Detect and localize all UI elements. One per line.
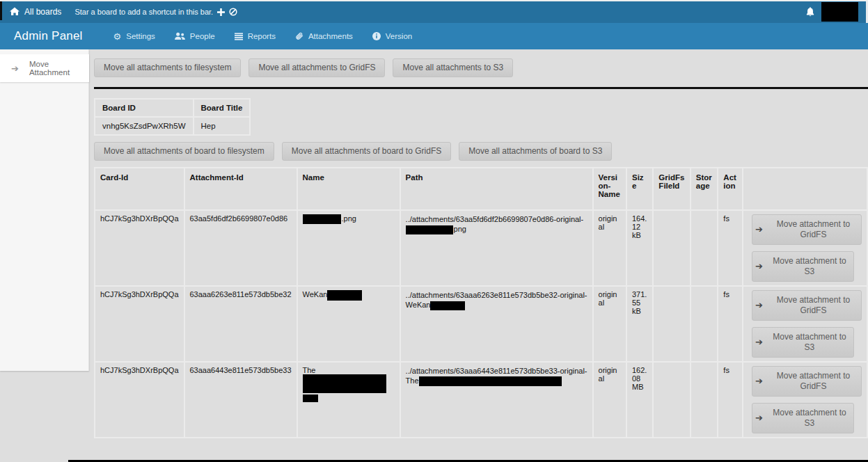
path-header: Path: [400, 168, 593, 210]
action-cell: fs: [718, 286, 743, 362]
gridfsfileid-header: GridFsFileId: [653, 168, 690, 210]
global-move-buttons: Move all attachments to filesystem Move …: [94, 58, 868, 77]
version-name-cell: original: [593, 286, 626, 362]
move-all-to-s3-button[interactable]: Move all attachments to S3: [393, 58, 513, 77]
plus-icon: [217, 8, 225, 16]
size-cell: 162.08 MB: [626, 362, 653, 438]
gridfsfileid-cell: [653, 210, 690, 286]
size-cell: 371.55 kB: [626, 286, 653, 362]
action-cell: fs: [718, 362, 743, 438]
menu-item-attachments[interactable]: Attachments: [295, 32, 353, 40]
redacted-text: [327, 290, 362, 301]
redacted-user-menu[interactable]: [821, 2, 858, 22]
move-attachment-to-s3-button[interactable]: ➔Move attachment to S3: [752, 327, 854, 358]
all-boards-label: All boards: [24, 7, 61, 17]
board-table-header-row: Board ID Board Title: [95, 99, 250, 117]
redacted-text: [303, 214, 341, 224]
version-name-cell: original: [593, 210, 626, 286]
move-attachment-to-s3-button[interactable]: ➔Move attachment to S3: [752, 403, 854, 433]
redacted-text: [303, 395, 318, 402]
arrow-right-icon: ➔: [755, 261, 763, 272]
name-cell: WeKan: [297, 286, 400, 362]
menu-item-settings[interactable]: ⚙ Settings: [113, 32, 155, 41]
name-prefix: The: [303, 366, 316, 374]
people-icon: [175, 32, 185, 40]
sidebar-item-move-attachment[interactable]: ➔ Move Attachment: [0, 54, 89, 82]
attachment-id-cell: 63aaa6263e811e573db5be32: [184, 286, 297, 362]
path-line2: WeKan: [406, 300, 587, 310]
path-line1: ../attachments/63aa5fd6df2b6699807e0d86-…: [406, 214, 587, 224]
move-attachment-to-gridfs-button[interactable]: ➔Move attachment to GridFS: [752, 366, 862, 397]
attachments-table: Card-Id Attachment-Id Name Path Version-…: [94, 167, 868, 438]
buttons-header: [743, 168, 867, 210]
board-title-header: Board Title: [194, 99, 251, 117]
name-cell: .png: [297, 210, 400, 286]
move-board-to-filesystem-button[interactable]: Move all attachments of board to filesys…: [94, 142, 274, 161]
attachment-id-cell: 63aaa6443e811e573db5be33: [184, 362, 297, 438]
gridfsfileid-cell: [653, 362, 690, 438]
wekan-admin-panel: All boards Star a board to add a shortcu…: [0, 0, 868, 462]
info-icon: [372, 32, 381, 40]
attachment-row: hCJ7kSg3hDXrBpQQa 63aa5fd6df2b6699807e0d…: [95, 210, 867, 286]
attachment-row: hCJ7kSg3hDXrBpQQa 63aaa6443e811e573db5be…: [95, 362, 867, 438]
top-bar: All boards Star a board to add a shortcu…: [0, 0, 868, 23]
menu-label: People: [190, 32, 215, 40]
storage-header: Storage: [691, 168, 718, 210]
board-title-cell: Hep: [194, 117, 251, 135]
button-label: Move attachment to GridFS: [768, 219, 858, 240]
path-cell: ../attachments/63aa5fd6df2b6699807e0d86-…: [400, 210, 593, 286]
row-actions-cell: ➔Move attachment to GridFS ➔Move attachm…: [743, 286, 867, 362]
size-cell: 164.12 kB: [626, 210, 653, 286]
menu-item-version[interactable]: Version: [372, 32, 412, 40]
path-line1: ../attachments/63aaa6443e811e573db5be33-…: [406, 366, 587, 376]
redacted-text: [406, 225, 453, 234]
path-line2: The: [406, 376, 587, 386]
move-attachment-to-s3-button[interactable]: ➔Move attachment to S3: [752, 251, 854, 282]
path-line2: png: [406, 224, 587, 234]
move-attachment-to-gridfs-button[interactable]: ➔Move attachment to GridFS: [752, 290, 862, 321]
redacted-text: [303, 374, 386, 393]
path-cell: ../attachments/63aaa6443e811e573db5be33-…: [400, 362, 593, 438]
divider: [94, 87, 868, 89]
version-name-cell: original: [593, 362, 626, 438]
move-all-to-gridfs-button[interactable]: Move all attachments to GridFS: [248, 58, 385, 77]
storage-cell: [691, 286, 718, 362]
move-all-to-filesystem-button[interactable]: Move all attachments to filesystem: [94, 58, 241, 77]
menu-item-reports[interactable]: Reports: [235, 32, 276, 40]
body-area: ➔ Move Attachment Move all attachments t…: [0, 49, 868, 462]
button-label: Move attachment to S3: [768, 332, 851, 353]
button-label: Move attachment to S3: [768, 256, 851, 277]
arrow-right-icon: ➔: [755, 376, 763, 387]
menu-item-people[interactable]: People: [175, 32, 215, 40]
move-board-to-s3-button[interactable]: Move all attachments of board to S3: [459, 142, 612, 161]
menu-label: Version: [386, 32, 412, 40]
move-attachment-to-gridfs-button[interactable]: ➔Move attachment to GridFS: [752, 214, 862, 245]
board-move-buttons: Move all attachments of board to filesys…: [94, 142, 868, 161]
move-board-to-gridfs-button[interactable]: Move all attachments of board to GridFS: [282, 142, 451, 161]
shortcut-hint-bar: Star a board to add a shortcut in this b…: [74, 7, 237, 16]
redacted-text: [430, 301, 465, 310]
button-label: Move attachment to GridFS: [768, 295, 858, 316]
screen-edge-artifact: [0, 1, 2, 20]
attachment-row: hCJ7kSg3hDXrBpQQa 63aaa6263e811e573db5be…: [95, 286, 867, 362]
board-id-header: Board ID: [95, 99, 194, 117]
button-label: Move attachment to S3: [768, 408, 851, 429]
arrow-right-icon: ➔: [755, 337, 763, 348]
sidebar-item-label: Move Attachment: [29, 60, 89, 77]
arrow-right-icon: ➔: [755, 224, 763, 235]
notifications-bell-icon[interactable]: [806, 7, 814, 17]
paperclip-icon: [295, 32, 303, 40]
arrow-right-icon: ➔: [11, 63, 19, 74]
arrow-right-icon: ➔: [755, 413, 763, 424]
home-icon: [10, 7, 19, 16]
name-suffix: .png: [342, 214, 356, 223]
row-actions-cell: ➔Move attachment to GridFS ➔Move attachm…: [743, 362, 867, 438]
arrow-right-icon: ➔: [755, 300, 763, 311]
path-prefix: WeKan: [406, 301, 431, 309]
card-id-cell: hCJ7kSg3hDXrBpQQa: [95, 210, 184, 286]
admin-panel-bar: Admin Panel ⚙ Settings People Reports: [0, 23, 868, 49]
action-cell: fs: [718, 210, 743, 286]
all-boards-link[interactable]: All boards: [10, 7, 61, 17]
path-line1: ../attachments/63aaa6263e811e573db5be32-…: [406, 290, 587, 300]
page-title: Admin Panel: [14, 29, 83, 43]
